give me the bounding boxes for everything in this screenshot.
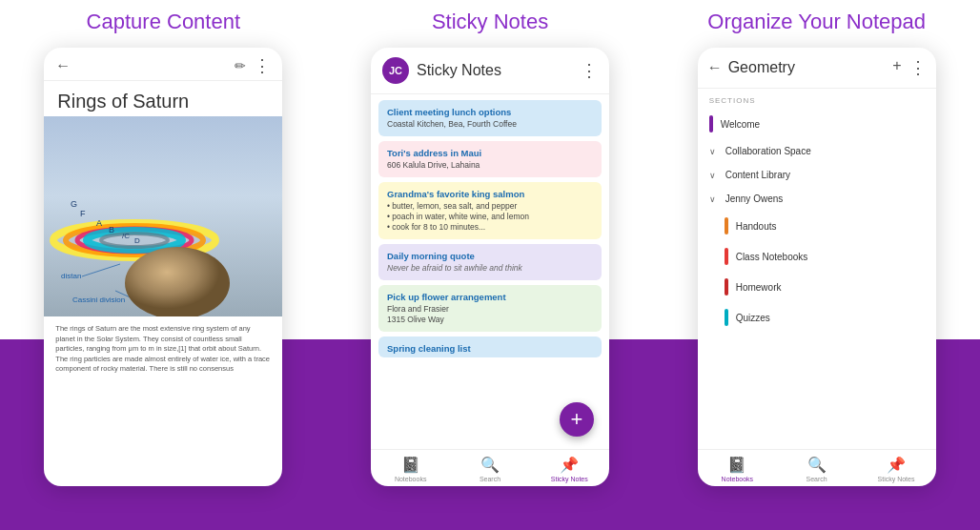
phone-capture: ← ✏ ⋮ Rings of Saturn xyxy=(44,48,282,486)
svg-line-12 xyxy=(82,264,120,276)
svg-text:G: G xyxy=(71,199,77,209)
capture-header: Capture Content xyxy=(0,10,327,34)
bottombar-search[interactable]: 🔍 Search xyxy=(450,456,529,482)
note-5-title: Pick up flower arrangement xyxy=(387,292,593,302)
content-row: ← ✏ ⋮ Rings of Saturn xyxy=(0,40,980,530)
header-row: Capture Content Sticky Notes Organize Yo… xyxy=(0,0,980,40)
phone-sticky: JC Sticky Notes ⋮ Client meeting lunch o… xyxy=(371,48,609,486)
sticky-menu-icon[interactable]: ⋮ xyxy=(581,60,598,81)
note-3-body: • butter, lemon, sea salt, and pepper• p… xyxy=(387,201,593,233)
note-6-title: Spring cleaning list xyxy=(387,343,593,354)
back-icon[interactable]: ← xyxy=(55,57,71,74)
search-label: Search xyxy=(480,476,500,482)
svg-text:D: D xyxy=(134,236,140,245)
section-quizzes[interactable]: Quizzes xyxy=(698,302,936,333)
notebooks-label: Notebooks xyxy=(395,476,426,482)
svg-text:F: F xyxy=(80,209,86,218)
organize-title: Organize Your Notepad xyxy=(707,10,926,33)
sticky-note-4[interactable]: Daily morning quote Never be afraid to s… xyxy=(378,244,602,280)
jenny-label: Jenny Owens xyxy=(725,194,784,204)
handouts-label: Handouts xyxy=(736,221,777,232)
panel-capture: ← ✏ ⋮ Rings of Saturn xyxy=(0,40,327,530)
capture-topbar: ← ✏ ⋮ xyxy=(44,48,282,81)
organize-menu-icon[interactable]: ⋮ xyxy=(909,57,927,78)
sticky-topbar: JC Sticky Notes ⋮ xyxy=(371,48,609,94)
sticky-note-5[interactable]: Pick up flower arrangement Flora and Fra… xyxy=(378,285,602,332)
note-4-body: Never be afraid to sit awhile and think xyxy=(387,263,593,274)
welcome-color-bar xyxy=(709,115,713,132)
sticky-notes-list: Client meeting lunch options Coastal Kit… xyxy=(371,94,609,449)
note-2-body: 606 Kalula Drive, Lahaina xyxy=(387,160,593,171)
organize-back-icon[interactable]: ← xyxy=(707,59,723,76)
note-3-title: Grandma's favorite king salmon xyxy=(387,189,593,199)
classnotebooks-color-bar xyxy=(725,248,728,265)
menu-icon[interactable]: ⋮ xyxy=(254,55,271,76)
sticky-avatar: JC xyxy=(382,57,409,84)
note-1-title: Client meeting lunch options xyxy=(387,107,593,117)
capture-title: Capture Content xyxy=(87,10,240,33)
classnotebooks-label: Class Notebooks xyxy=(736,252,808,262)
phone-organize: ← Geometry + ⋮ SECTIONS Welcome ∨ xyxy=(698,48,936,486)
contentlib-chevron: ∨ xyxy=(709,171,716,180)
section-welcome[interactable]: Welcome xyxy=(698,109,936,139)
sticky-fab-button[interactable]: + xyxy=(560,402,594,437)
quizzes-label: Quizzes xyxy=(736,313,770,323)
section-jenny[interactable]: ∨ Jenny Owens xyxy=(698,187,936,211)
section-handouts[interactable]: Handouts xyxy=(698,211,936,241)
saturn-bg: G F A B /C D distan Cassini division xyxy=(44,116,282,316)
org-notebooks-label: Notebooks xyxy=(722,476,753,482)
section-collab[interactable]: ∨ Collaboration Space xyxy=(698,139,936,163)
sticky-note-3[interactable]: Grandma's favorite king salmon • butter,… xyxy=(378,182,602,239)
svg-text:B: B xyxy=(109,225,114,234)
section-list: Welcome ∨ Collaboration Space ∨ Content … xyxy=(698,109,936,449)
section-classnotebooks[interactable]: Class Notebooks xyxy=(698,241,936,272)
svg-text:distan: distan xyxy=(61,272,81,280)
sticky-note-1[interactable]: Client meeting lunch options Coastal Kit… xyxy=(378,100,602,136)
section-contentlib[interactable]: ∨ Content Library xyxy=(698,163,936,187)
organize-bottombar: 📓 Notebooks 🔍 Search 📌 Sticky Notes xyxy=(698,449,936,486)
search-icon: 🔍 xyxy=(480,456,500,474)
sticky-note-6[interactable]: Spring cleaning list xyxy=(378,336,602,357)
note-title: Rings of Saturn xyxy=(44,81,282,116)
organize-header: Organize Your Notepad xyxy=(653,10,980,34)
svg-text:/C: /C xyxy=(122,232,130,240)
saturn-image: G F A B /C D distan Cassini division xyxy=(44,116,282,316)
bottombar-notebooks[interactable]: 📓 Notebooks xyxy=(371,456,450,482)
org-notebooks-icon: 📓 xyxy=(727,456,746,474)
org-bottombar-search[interactable]: 🔍 Search xyxy=(777,456,856,482)
notebooks-icon: 📓 xyxy=(401,456,420,474)
homework-label: Homework xyxy=(736,282,782,293)
handouts-color-bar xyxy=(725,217,728,234)
sticky-topbar-title: Sticky Notes xyxy=(417,62,573,79)
org-search-label: Search xyxy=(806,476,827,482)
org-bottombar-stickynotes[interactable]: 📌 Sticky Notes xyxy=(856,456,935,482)
org-bottombar-notebooks[interactable]: 📓 Notebooks xyxy=(698,456,777,482)
capture-body-text: The rings of Saturn are the most extensi… xyxy=(44,316,282,382)
panel-sticky: JC Sticky Notes ⋮ Client meeting lunch o… xyxy=(327,40,654,530)
org-stickynotes-icon: 📌 xyxy=(887,456,906,474)
sticky-bottombar: 📓 Notebooks 🔍 Search 📌 Sticky Notes xyxy=(371,449,609,486)
organize-topbar: ← Geometry + ⋮ xyxy=(698,48,936,89)
welcome-label: Welcome xyxy=(721,119,761,130)
note-4-title: Daily morning quote xyxy=(387,251,593,261)
collab-chevron: ∨ xyxy=(709,147,716,156)
collab-label: Collaboration Space xyxy=(725,146,811,156)
panel-organize: ← Geometry + ⋮ SECTIONS Welcome ∨ xyxy=(653,40,980,530)
sticky-header: Sticky Notes xyxy=(327,10,654,34)
sticky-note-2[interactable]: Tori's address in Maui 606 Kalula Drive,… xyxy=(378,141,602,177)
note-2-title: Tori's address in Maui xyxy=(387,148,593,158)
homework-color-bar xyxy=(725,278,728,296)
organize-plus-icon[interactable]: + xyxy=(892,57,901,78)
org-stickynotes-label: Sticky Notes xyxy=(878,476,915,482)
rings-svg: G F A B /C D distan Cassini division xyxy=(44,116,282,316)
quizzes-color-bar xyxy=(725,309,728,326)
section-homework[interactable]: Homework xyxy=(698,272,936,302)
svg-text:Cassini division: Cassini division xyxy=(72,296,125,304)
stickynotes-icon: 📌 xyxy=(560,456,579,474)
sticky-title: Sticky Notes xyxy=(432,10,548,33)
organize-topbar-icons: + ⋮ xyxy=(892,57,926,78)
pen-icon[interactable]: ✏ xyxy=(235,58,246,73)
bottombar-stickynotes[interactable]: 📌 Sticky Notes xyxy=(530,456,609,482)
capture-topbar-icons: ✏ ⋮ xyxy=(235,55,271,76)
stickynotes-label: Sticky Notes xyxy=(551,476,588,482)
